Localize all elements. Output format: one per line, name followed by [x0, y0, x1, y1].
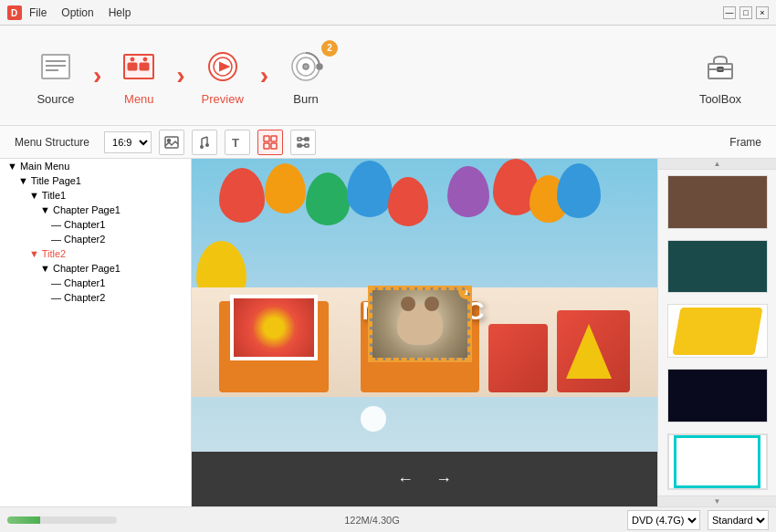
next-arrow-button[interactable]: → [435, 470, 452, 489]
toolbar-menu[interactable]: Menu [98, 35, 180, 117]
menu-bar: File Option Help [29, 6, 723, 19]
menu-help[interactable]: Help [109, 6, 131, 19]
svg-line-26 [202, 137, 207, 139]
left-photo-frame[interactable] [230, 295, 318, 360]
tree-title-page1[interactable]: ▼ Title Page1 [0, 173, 191, 188]
frame-panel: ▲ ▼ [657, 159, 776, 506]
progress-bar [7, 516, 117, 524]
svg-point-27 [200, 145, 204, 149]
preview-icon [201, 45, 245, 89]
frame-item-1[interactable] [667, 175, 768, 229]
canvas-bottom-bar: ← → [192, 452, 657, 506]
menu-icon [117, 45, 161, 89]
file-info-text: 122M/4.30G [124, 515, 620, 526]
frame-item-5[interactable] [667, 433, 768, 490]
menu-label: Menu [124, 92, 154, 106]
svg-point-9 [131, 57, 134, 61]
svg-point-16 [303, 64, 309, 69]
svg-text:D: D [11, 8, 17, 18]
tree-main-menu[interactable]: ▼ Main Menu [0, 159, 191, 173]
tree-title1[interactable]: ▼ Title1 [0, 188, 191, 203]
svg-rect-19 [718, 68, 723, 71]
quality-select[interactable]: Standard High Low [708, 510, 769, 530]
minimize-button[interactable]: — [723, 6, 736, 19]
frame-item-4[interactable] [667, 369, 768, 422]
svg-rect-31 [271, 136, 277, 141]
toolbox-label: ToolBox [699, 92, 741, 106]
image-icon-btn[interactable] [159, 130, 184, 155]
preview-label: Preview [202, 92, 244, 106]
svg-rect-7 [128, 63, 137, 70]
svg-rect-32 [264, 143, 269, 149]
svg-rect-8 [140, 63, 149, 70]
canvas-area: 1 MY DISC [192, 159, 657, 506]
toolbar-burn[interactable]: 2 Burn [265, 35, 347, 117]
music-icon-btn[interactable] [192, 130, 217, 155]
toolbox-icon [698, 45, 742, 89]
tree-title2[interactable]: ▼ Title2 [0, 246, 191, 261]
statusbar: 122M/4.30G DVD (4.7G) DVD (8.5G) BD (25G… [0, 506, 776, 532]
source-label: Source [37, 92, 74, 106]
svg-point-17 [317, 64, 322, 69]
svg-rect-33 [271, 143, 277, 149]
svg-rect-37 [305, 144, 309, 147]
tree-panel: ▼ Main Menu ▼ Title Page1 ▼ Title1 ▼ Cha… [0, 159, 192, 506]
canvas-scene: 1 MY DISC [192, 159, 657, 452]
prev-arrow-button[interactable]: ← [397, 470, 414, 489]
sub-toolbar: Menu Structure 16:9 4:3 T [0, 126, 776, 159]
tree-chapter-page1-t1[interactable]: ▼ Chapter Page1 [0, 203, 191, 217]
toolbar-source[interactable]: Source [15, 35, 97, 117]
burn-badge: 2 [321, 40, 338, 57]
right-gift-box-2 [488, 324, 548, 392]
party-hat [566, 324, 612, 379]
menu-file[interactable]: File [29, 6, 47, 19]
tree-chapter2-t1[interactable]: — Chapter2 [0, 232, 191, 246]
text-icon-btn[interactable]: T [225, 130, 250, 155]
canvas-main[interactable]: 1 MY DISC [192, 159, 657, 452]
frame-item-3[interactable] [667, 304, 768, 358]
toolbar-toolbox[interactable]: ToolBox [679, 35, 761, 117]
svg-rect-34 [298, 138, 301, 141]
window-controls: — □ × [723, 6, 769, 19]
svg-point-28 [205, 143, 209, 147]
titlebar: D File Option Help — □ × [0, 0, 776, 26]
toolbar: Source › Menu › Preview › 2 [0, 26, 776, 126]
maximize-button[interactable]: □ [739, 6, 752, 19]
frame-item-2[interactable] [667, 240, 768, 294]
svg-text:T: T [232, 136, 239, 150]
play-dot[interactable] [361, 406, 386, 432]
dvd-type-select[interactable]: DVD (4.7G) DVD (8.5G) BD (25G) [627, 510, 700, 530]
svg-rect-30 [264, 136, 269, 141]
close-button[interactable]: × [756, 6, 769, 19]
tree-chapter2-t2[interactable]: — Chapter2 [0, 290, 191, 305]
app-icon: D [7, 5, 22, 20]
burn-label: Burn [293, 92, 318, 106]
svg-point-10 [143, 57, 147, 61]
progress-fill [7, 516, 40, 524]
selected-photo-frame[interactable]: 1 [370, 287, 470, 360]
aspect-ratio-select[interactable]: 16:9 4:3 [104, 131, 152, 153]
tree-chapter-page1-t2[interactable]: ▼ Chapter Page1 [0, 261, 191, 276]
tree-chapter1-t2[interactable]: — Chapter1 [0, 276, 191, 290]
tree-chapter1-t1[interactable]: — Chapter1 [0, 217, 191, 232]
main-area: ▼ Main Menu ▼ Title Page1 ▼ Title1 ▼ Cha… [0, 159, 776, 506]
grid-icon-btn[interactable] [257, 130, 283, 155]
scroll-down-btn[interactable]: ▼ [658, 495, 776, 506]
settings-icon-btn[interactable] [290, 130, 316, 155]
menu-structure-label: Menu Structure [7, 136, 97, 149]
frame-label: Frame [722, 136, 769, 149]
scroll-up-btn[interactable]: ▲ [658, 159, 776, 170]
source-icon [34, 45, 78, 89]
menu-option[interactable]: Option [61, 6, 93, 19]
toolbar-preview[interactable]: Preview [182, 35, 264, 117]
